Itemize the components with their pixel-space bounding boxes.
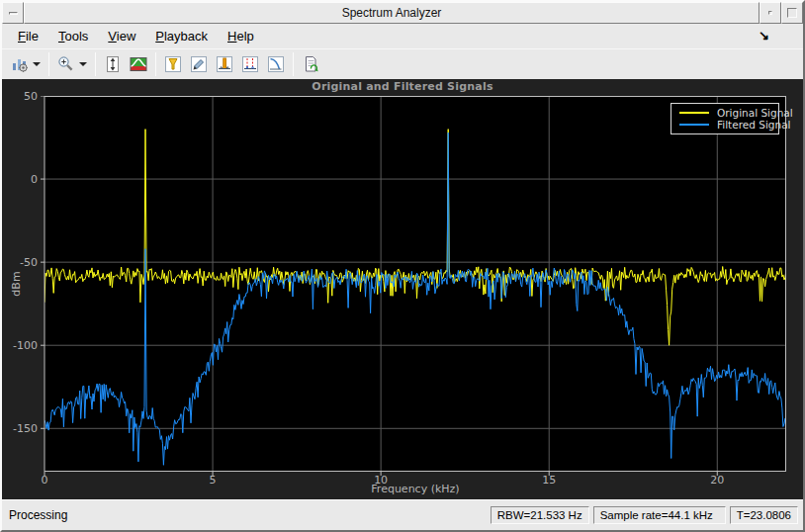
dock-arrow-icon[interactable]: ↘ [759,28,769,43]
distortion-measurements-icon [241,55,259,73]
menu-tools[interactable]: Tools [48,26,98,46]
legend-entry-original: Original Signal [679,107,772,119]
menu-file[interactable]: File [8,26,48,46]
minimize-icon [768,11,772,15]
sample-rate-display: Sample rate=44.1 kHz [593,506,726,524]
spectrum-settings-button[interactable] [126,51,151,77]
legend-swatch-filtered [679,124,709,126]
menu-view[interactable]: View [98,26,145,46]
cursor-measurements-button[interactable] [186,51,212,77]
plot-title: Original and Filtered Signals [2,80,803,93]
ccdf-measurements-button[interactable] [263,51,289,77]
y-tick-label: -50 [2,256,38,269]
toolbar-separator [155,52,156,76]
minimize-button[interactable] [760,2,781,24]
autoscale-y-button[interactable] [100,51,126,77]
autoscale-y-icon [104,55,122,73]
spectrum-settings-icon [130,55,147,73]
legend-label-original: Original Signal [717,107,793,119]
window-title: Spectrum Analyzer [24,2,760,24]
toolbar-separator [293,52,294,76]
time-display: T=23.0806 [730,506,798,524]
toolbar-separator [48,52,49,76]
y-tick-label: 50 [2,90,38,103]
window-menu-button[interactable] [2,2,24,24]
distortion-measurements-button[interactable] [237,51,263,77]
zoom-dropdown-caret[interactable] [79,62,87,66]
y-axis-label: dBm [10,271,23,296]
rbw-display: RBW=21.533 Hz [491,506,589,524]
scope-settings-icon [11,55,29,73]
signal-statistics-button[interactable] [212,51,237,77]
generate-script-button[interactable] [298,51,323,77]
y-tick-label: -100 [2,339,38,352]
peak-finder-button[interactable] [160,51,186,77]
titlebar: Spectrum Analyzer [2,2,803,24]
statusbar: Processing RBW=21.533 Hz Sample rate=44.… [2,499,803,530]
zoom-in-icon [57,55,75,73]
maximize-button[interactable] [781,2,803,24]
y-tick-label: -150 [2,422,38,435]
legend-label-filtered: Filtered Signal [717,119,791,131]
legend-swatch-original [679,112,709,114]
status-text: Processing [7,508,487,522]
y-tick-label: 0 [2,173,38,186]
zoom-button[interactable] [53,51,79,77]
spectrum-analyzer-window: Spectrum Analyzer File Tools View Playba… [0,0,805,532]
cursor-measurements-icon [190,55,208,73]
plot-svg[interactable] [41,96,788,482]
peak-finder-icon [164,55,182,73]
scope-settings-button[interactable] [7,51,33,77]
menubar: File Tools View Playback Help ↘ [2,24,803,48]
generate-script-icon [302,55,319,73]
toolbar-separator [95,52,96,76]
menu-playback[interactable]: Playback [145,26,218,46]
scope-settings-dropdown-caret[interactable] [33,62,41,66]
legend[interactable]: Original Signal Filtered Signal [671,103,779,134]
menu-help[interactable]: Help [218,26,264,46]
window-menu-icon [9,12,18,15]
plot-region: Original and Filtered Signals 500-50-100… [2,79,803,499]
legend-entry-filtered: Filtered Signal [679,119,772,131]
ccdf-measurements-icon [267,55,285,73]
x-axis-label: Frequency (kHz) [45,483,786,495]
signal-statistics-icon [216,55,233,73]
maximize-icon [787,8,797,18]
toolbar [2,48,803,79]
